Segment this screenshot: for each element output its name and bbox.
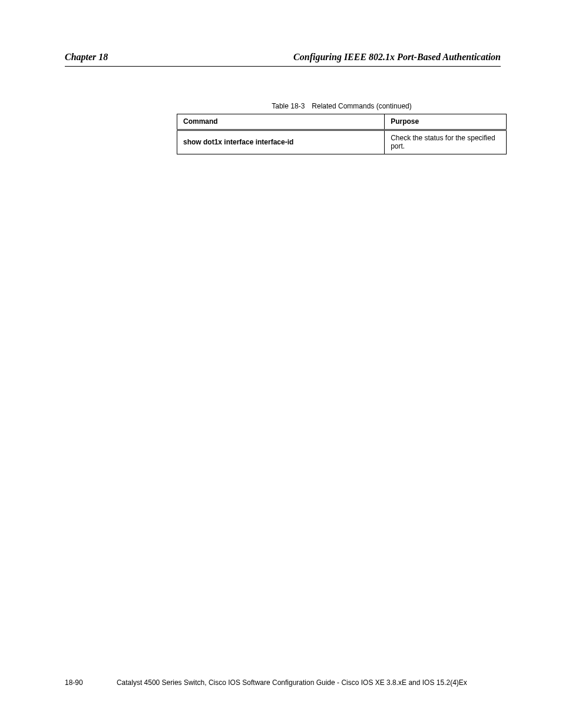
col-header-command: Command	[177, 114, 385, 130]
col-header-purpose: Purpose	[385, 114, 507, 130]
page-header: Chapter 18 Configuring IEEE 802.1x Port-…	[65, 52, 501, 62]
related-commands-table: Command Purpose show dot1x interface int…	[177, 114, 507, 154]
table-header-row: Command Purpose	[177, 114, 507, 130]
table-caption: Table 18-3 Related Commands (continued)	[177, 102, 507, 110]
footer-doc-title: Catalyst 4500 Series Switch, Cisco IOS S…	[117, 678, 467, 687]
header-rule	[65, 66, 501, 67]
page-footer: 18-90 Catalyst 4500 Series Switch, Cisco…	[65, 678, 501, 687]
cell-purpose: Check the status for the specified port.	[385, 130, 507, 154]
cell-command: show dot1x interface interface-id	[177, 130, 385, 154]
footer-page-number: 18-90	[65, 678, 83, 687]
table-row: show dot1x interface interface-id Check …	[177, 130, 507, 154]
header-chapter: Chapter 18	[65, 52, 108, 62]
table-caption-text: Table 18-3 Related Commands (continued)	[272, 102, 411, 110]
related-commands-table-block: Table 18-3 Related Commands (continued) …	[177, 102, 507, 154]
command-text: show dot1x interface interface-id	[183, 138, 293, 146]
header-title: Configuring IEEE 802.1x Port-Based Authe…	[293, 52, 501, 62]
